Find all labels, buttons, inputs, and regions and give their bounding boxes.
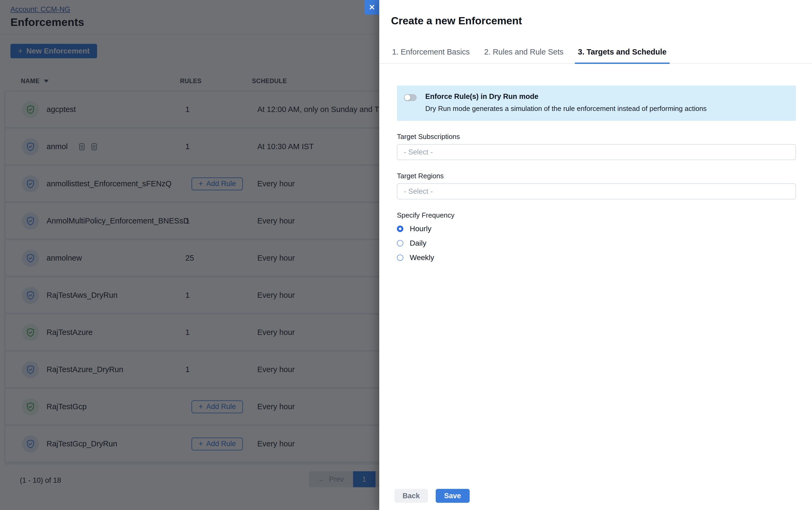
radio-icon[interactable] [397, 240, 403, 246]
frequency-option-hourly[interactable]: Hourly [397, 221, 796, 236]
create-enforcement-panel: Create a new Enforcement 1. Enforcement … [379, 0, 812, 510]
back-button[interactable]: Back [395, 489, 428, 503]
panel-tabs-inner: 1. Enforcement Basics2. Rules and Rule S… [391, 48, 812, 63]
close-button[interactable]: ✕ [365, 0, 379, 15]
target-subscriptions-select[interactable]: - Select - [397, 144, 796, 160]
tab-3[interactable]: 3. Targets and Schedule [577, 48, 668, 63]
frequency-option-weekly[interactable]: Weekly [397, 250, 796, 265]
dry-run-info-box: Enforce Rule(s) in Dry Run mode Dry Run … [397, 86, 796, 121]
dry-run-toggle[interactable] [404, 94, 417, 101]
panel-content: Enforce Rule(s) in Dry Run mode Dry Run … [397, 66, 796, 265]
frequency-option-label: Weekly [410, 253, 434, 262]
dry-run-title: Enforce Rule(s) in Dry Run mode [425, 92, 706, 101]
radio-icon[interactable] [397, 254, 403, 261]
panel-tabs: 1. Enforcement Basics2. Rules and Rule S… [379, 48, 812, 64]
save-button[interactable]: Save [436, 489, 470, 503]
target-regions-label: Target Regions [397, 172, 796, 180]
target-subscriptions-label: Target Subscriptions [397, 132, 796, 141]
tab-2[interactable]: 2. Rules and Rule Sets [483, 48, 564, 63]
frequency-option-label: Daily [410, 239, 426, 247]
radio-icon[interactable] [397, 226, 403, 232]
target-regions-select[interactable]: - Select - [397, 183, 796, 200]
dry-run-texts: Enforce Rule(s) in Dry Run mode Dry Run … [425, 92, 706, 113]
dry-run-description: Dry Run mode generates a simulation of t… [425, 104, 706, 113]
frequency-option-label: Hourly [410, 224, 431, 233]
screen: Account: CCM-NG Enforcements + New Enfor… [0, 0, 812, 510]
specify-frequency-label: Specify Frequency [397, 211, 796, 219]
panel-footer: Back Save [395, 489, 470, 503]
frequency-options: HourlyDailyWeekly [397, 221, 796, 265]
tab-1[interactable]: 1. Enforcement Basics [391, 48, 471, 63]
frequency-option-daily[interactable]: Daily [397, 236, 796, 250]
close-icon: ✕ [369, 3, 375, 12]
panel-title: Create a new Enforcement [391, 15, 522, 27]
toggle-knob-icon [404, 95, 410, 100]
